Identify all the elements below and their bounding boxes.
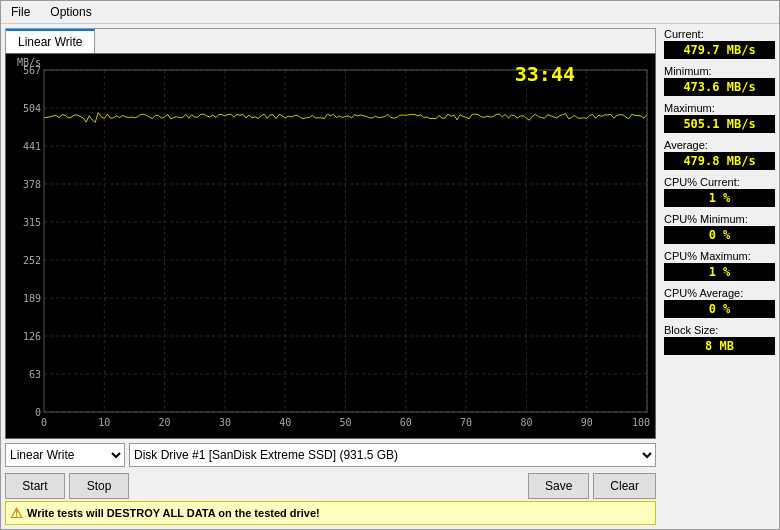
- cpu-average-label: CPU% Average:: [664, 287, 775, 299]
- cpu-current-label: CPU% Current:: [664, 176, 775, 188]
- options-menu[interactable]: Options: [44, 3, 97, 21]
- left-panel: Linear Write 33:44 Linear WriteLinear Re…: [5, 28, 656, 525]
- stat-cpu-current: CPU% Current: 1 %: [664, 176, 775, 207]
- stat-block-size: Block Size: 8 MB: [664, 324, 775, 355]
- minimum-label: Minimum:: [664, 65, 775, 77]
- main-window: File Options Linear Write 33:44 Linear W…: [0, 0, 780, 530]
- stat-current: Current: 479.7 MB/s: [664, 28, 775, 59]
- tab-linear-write[interactable]: Linear Write: [6, 29, 95, 53]
- stat-cpu-maximum: CPU% Maximum: 1 %: [664, 250, 775, 281]
- maximum-label: Maximum:: [664, 102, 775, 114]
- cpu-minimum-value: 0 %: [664, 226, 775, 244]
- time-display: 33:44: [515, 62, 575, 86]
- cpu-maximum-value: 1 %: [664, 263, 775, 281]
- stat-minimum: Minimum: 473.6 MB/s: [664, 65, 775, 96]
- minimum-value: 473.6 MB/s: [664, 78, 775, 96]
- clear-button[interactable]: Clear: [593, 473, 656, 499]
- stat-average: Average: 479.8 MB/s: [664, 139, 775, 170]
- tab-bar: Linear Write: [5, 28, 656, 53]
- test-select[interactable]: Linear WriteLinear ReadRandom WriteRando…: [5, 443, 125, 467]
- average-label: Average:: [664, 139, 775, 151]
- stat-cpu-average: CPU% Average: 0 %: [664, 287, 775, 318]
- content-area: Linear Write 33:44 Linear WriteLinear Re…: [1, 24, 779, 529]
- maximum-value: 505.1 MB/s: [664, 115, 775, 133]
- block-size-value: 8 MB: [664, 337, 775, 355]
- stat-cpu-minimum: CPU% Minimum: 0 %: [664, 213, 775, 244]
- average-value: 479.8 MB/s: [664, 152, 775, 170]
- controls-row: Linear WriteLinear ReadRandom WriteRando…: [5, 439, 656, 471]
- menubar: File Options: [1, 1, 779, 24]
- start-button[interactable]: Start: [5, 473, 65, 499]
- file-menu[interactable]: File: [5, 3, 36, 21]
- warning-bar: ⚠ Write tests will DESTROY ALL DATA on t…: [5, 501, 656, 525]
- save-button[interactable]: Save: [528, 473, 589, 499]
- stat-maximum: Maximum: 505.1 MB/s: [664, 102, 775, 133]
- cpu-average-value: 0 %: [664, 300, 775, 318]
- stop-button[interactable]: Stop: [69, 473, 129, 499]
- drive-select[interactable]: Disk Drive #1 [SanDisk Extreme SSD] (931…: [129, 443, 656, 467]
- chart-container: 33:44: [5, 53, 656, 439]
- block-size-label: Block Size:: [664, 324, 775, 336]
- cpu-current-value: 1 %: [664, 189, 775, 207]
- warning-text: Write tests will DESTROY ALL DATA on the…: [27, 507, 320, 519]
- buttons-row: Start Stop Save Clear: [5, 471, 656, 501]
- cpu-minimum-label: CPU% Minimum:: [664, 213, 775, 225]
- current-label: Current:: [664, 28, 775, 40]
- right-panel: Current: 479.7 MB/s Minimum: 473.6 MB/s …: [660, 28, 775, 525]
- current-value: 479.7 MB/s: [664, 41, 775, 59]
- chart-canvas: [6, 54, 656, 439]
- cpu-maximum-label: CPU% Maximum:: [664, 250, 775, 262]
- warning-icon: ⚠: [10, 505, 23, 521]
